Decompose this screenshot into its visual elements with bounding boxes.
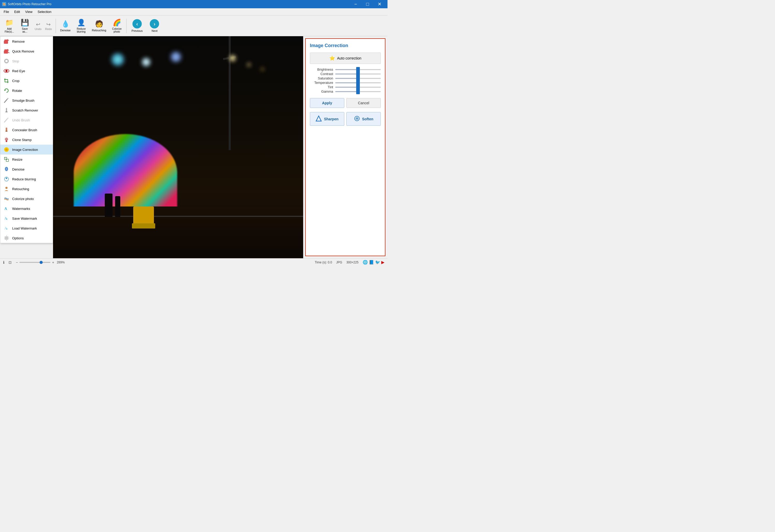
reduce-blurring-label: Reduceblurring [77,27,86,33]
resize-label: Resize [12,157,50,161]
temperature-label: Temperature [310,81,333,85]
saturation-label: Saturation [310,76,333,80]
smudge-icon [3,97,10,103]
toolbar-divider-1 [56,19,56,33]
menu-file[interactable]: File [1,9,12,15]
svg-text:A: A [4,207,7,210]
retouching-button[interactable]: 🧑 Retouching [89,17,109,35]
menu-item-undo-brush[interactable]: Undo Brush [0,115,53,125]
soften-label: Soften [362,117,373,121]
save-as-label: Saveas... [22,27,28,33]
scratch-icon [3,107,10,113]
previous-button[interactable]: ‹ Previous [129,18,146,33]
menu-item-image-correction[interactable]: Image Correction [0,145,53,154]
menu-item-quick-remove[interactable]: Quick Remove [0,46,53,56]
redo-button[interactable]: ↪ Redo [43,20,53,32]
cancel-button[interactable]: Cancel [346,98,381,108]
menu-edit[interactable]: Edit [12,9,22,15]
canvas-area [53,36,303,258]
menu-item-save-watermark[interactable]: Aa Save Watermark [0,213,53,223]
soften-button[interactable]: Soften [346,112,381,126]
load-watermark-icon: Aa [3,225,10,231]
remove-label: Remove [12,40,50,43]
undo-brush-label: Undo Brush [12,118,50,122]
svg-marker-5 [7,49,9,50]
menu-view[interactable]: View [22,9,35,15]
menu-item-retouching[interactable]: Retouching [0,184,53,194]
colorize-list-label: Colorize photo [12,197,50,201]
close-button[interactable]: ✕ [373,0,385,8]
menu-item-remove[interactable]: Remove [0,36,53,46]
menu-item-red-eye[interactable]: Red Eye [0,66,53,76]
menu-item-rotate[interactable]: Rotate [0,86,53,95]
menu-item-watermarks[interactable]: A Watermarks [0,204,53,213]
menu-item-scratch[interactable]: Scratch Remover [0,105,53,115]
maximize-button[interactable]: □ [361,0,373,8]
rotate-icon [3,87,10,94]
menu-item-concealer[interactable]: Concealer Brush [0,125,53,135]
options-icon [3,235,10,241]
minimize-button[interactable]: − [350,0,361,8]
retouching-list-label: Retouching [12,187,50,191]
crop-icon [3,78,10,84]
gamma-label: Gamma [310,89,333,93]
menu-item-denoise[interactable]: Denoise [0,164,53,174]
facebook-icon: 📘 [369,260,374,265]
undo-button[interactable]: ↩ Undo [33,20,43,32]
saturation-row: Saturation [310,76,381,80]
svg-rect-8 [5,60,7,62]
contrast-track [335,73,381,74]
format-label: JPG [336,260,342,264]
twitter-icon: 🐦 [375,260,380,265]
menu-item-load-watermark[interactable]: Aa Load Watermark [0,223,53,233]
temperature-track [335,82,381,83]
zoom-slider[interactable] [19,262,50,263]
menu-selection[interactable]: Selection [35,9,54,15]
svg-marker-2 [7,39,9,41]
title-bar: 🎨 SoftOrbits Photo Retoucher Pro − □ ✕ [0,0,388,8]
retouching-label: Retouching [92,29,106,32]
menu-item-colorize[interactable]: Colorize photo [0,194,53,204]
gamma-thumb[interactable] [356,89,360,94]
options-label: Options [12,236,50,240]
undo-icon: ↩ [36,21,40,27]
auto-correction-button[interactable]: ⭐ Auto correction [310,52,381,64]
menu-item-reduce-blurring[interactable]: Reduce blurring [0,174,53,184]
zoom-plus-icon[interactable]: + [52,260,54,264]
previous-label: Previous [132,29,143,32]
menu-item-options[interactable]: Options [0,233,53,243]
main-content: Remove Quick Remove Stop Red Eye Crop [0,36,388,258]
load-watermark-label: Load Watermark [12,226,50,230]
denoise-icon: 💧 [61,20,70,28]
info-circle-icon: 🌐 [363,260,368,265]
status-info-icon: ℹ [3,260,4,264]
brightness-track [335,69,381,70]
colorize-icon: 🌈 [113,19,121,27]
apply-button[interactable]: Apply [310,98,344,108]
menu-item-resize[interactable]: Resize [0,154,53,164]
zoom-minus-icon[interactable]: − [16,260,18,264]
menu-item-crop[interactable]: Crop [0,76,53,86]
action-buttons: Apply Cancel [310,98,381,108]
saturation-track [335,78,381,79]
reduce-blurring-icon: 👤 [77,19,85,27]
quick-remove-label: Quick Remove [12,49,50,53]
sharpen-icon [315,115,322,122]
zoom-control: − + 289% [16,260,65,264]
denoise-icon [3,166,10,172]
add-files-button[interactable]: 📁 AddFile(s)... [2,17,17,35]
toolbar: 📁 AddFile(s)... 💾 Saveas... ↩ Undo ↪ Red… [0,16,388,36]
reduce-blurring-button[interactable]: 👤 Reduceblurring [74,17,88,35]
save-as-button[interactable]: 💾 Saveas... [18,17,32,35]
time-label: Time (s): 0.0 [315,260,332,264]
svg-point-42 [6,237,7,239]
sharpen-button[interactable]: Sharpen [310,112,344,126]
menu-item-clone[interactable]: Clone Stamp [0,135,53,145]
colorize-photo-button[interactable]: 🌈 Colorizephoto [110,17,124,35]
denoise-button[interactable]: 💧 Denoise [58,17,73,35]
next-button[interactable]: › Next [147,18,162,33]
concealer-label: Concealer Brush [12,128,50,132]
svg-point-11 [6,70,7,71]
menu-item-stop[interactable]: Stop [0,56,53,66]
menu-item-smudge[interactable]: Smudge Brush [0,95,53,105]
